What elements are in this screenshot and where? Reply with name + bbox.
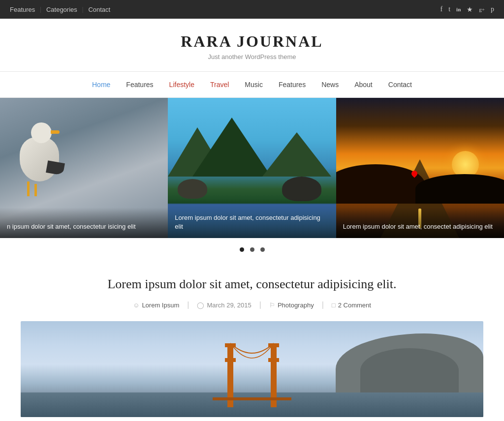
nav-news[interactable]: News [314, 72, 346, 97]
main-nav: Home Features Lifestyle Travel Music Fea… [0, 72, 504, 98]
social-links: f t in ★ g+ p [441, 5, 494, 14]
nav-contact[interactable]: Contact [380, 72, 420, 97]
linkedin-icon[interactable]: in [456, 6, 461, 12]
slide-1: n ipsum dolor sit amet, consectetur isic… [0, 98, 168, 238]
nav-lifestyle[interactable]: Lifestyle [161, 72, 202, 97]
site-title: RARA JOURNAL [10, 32, 494, 51]
slider-dots [0, 238, 504, 261]
comment-icon: □ [332, 301, 336, 309]
slide-2: Lorem ipsum dolor sit amet, consectetur … [168, 98, 336, 238]
topbar-nav-contact[interactable]: Contact [88, 6, 110, 13]
topbar-nav-features[interactable]: Features [10, 6, 35, 13]
tag-icon: ⚐ [269, 301, 275, 309]
slide-1-caption: n ipsum dolor sit amet, consectetur isic… [0, 208, 168, 238]
author-icon: ☺ [133, 301, 139, 309]
top-bar: Features | Categories | Contact f t in ★… [0, 0, 504, 19]
post-author-link[interactable]: Lorem Ipsum [142, 301, 179, 309]
post-meta-category: ⚐ Photography [261, 301, 322, 309]
post-meta-author: ☺ Lorem Ipsum [125, 301, 187, 309]
post-comments-link[interactable]: 2 Comment [338, 301, 371, 309]
slider-track: n ipsum dolor sit amet, consectetur isic… [0, 98, 504, 238]
bridge-svg [213, 333, 291, 407]
featured-image [21, 321, 483, 417]
post-meta-date: ◯ March 29, 2015 [189, 301, 259, 309]
facebook-icon[interactable]: f [441, 5, 443, 13]
site-tagline: Just another WordPress theme [10, 53, 494, 60]
post-meta-comments: □ 2 Comment [324, 301, 379, 309]
post-section: Lorem ipsum dolor sit amet, consectetur … [11, 261, 493, 421]
svg-rect-5 [268, 358, 279, 362]
slider-dot-1[interactable] [240, 247, 244, 252]
topbar-sep-1: | [40, 5, 41, 13]
svg-rect-2 [225, 358, 236, 362]
svg-rect-6 [213, 397, 291, 400]
nav-about[interactable]: About [346, 72, 380, 97]
site-header: RARA JOURNAL Just another WordPress them… [0, 19, 504, 72]
twitter-icon[interactable]: t [448, 5, 450, 13]
slide-2-caption: Lorem ipsum dolor sit amet, consectetur … [168, 199, 336, 238]
nav-travel[interactable]: Travel [202, 72, 237, 97]
googleplus-icon[interactable]: g+ [479, 6, 485, 12]
rss-icon[interactable]: ★ [467, 5, 473, 14]
nav-features2[interactable]: Features [271, 72, 314, 97]
post-date: March 29, 2015 [207, 301, 251, 309]
pinterest-icon[interactable]: p [491, 5, 494, 13]
slider: n ipsum dolor sit amet, consectetur isic… [0, 98, 504, 238]
post-category-link[interactable]: Photography [278, 301, 314, 309]
clock-icon: ◯ [197, 301, 204, 309]
slide-3: Lorem ipsum dolor sit amet, consectet ad… [336, 98, 504, 238]
post-title: Lorem ipsum dolor sit amet, consectetur … [21, 275, 483, 293]
nav-home[interactable]: Home [84, 72, 118, 97]
topbar-nav-categories[interactable]: Categories [46, 6, 77, 13]
nav-music[interactable]: Music [237, 72, 271, 97]
nav-features[interactable]: Features [118, 72, 161, 97]
slider-dot-3[interactable] [260, 247, 265, 252]
topbar-sep-2: | [82, 5, 84, 13]
slider-dot-2[interactable] [250, 247, 254, 252]
topbar-nav: Features | Categories | Contact [10, 5, 110, 13]
post-meta: ☺ Lorem Ipsum | ◯ March 29, 2015 | ⚐ Pho… [21, 301, 483, 309]
slide-3-caption: Lorem ipsum dolor sit amet, consectet ad… [336, 208, 504, 238]
